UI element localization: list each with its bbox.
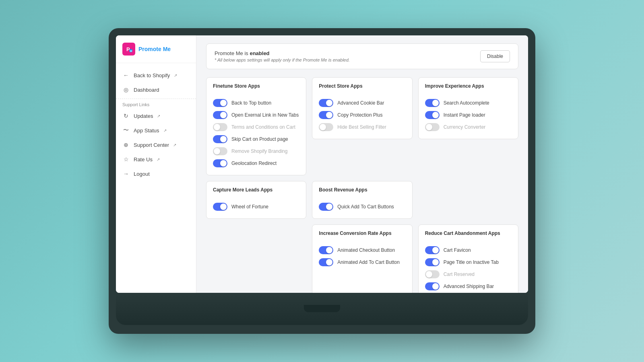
toggle-reduce-2[interactable] [425,270,440,278]
back-label: Back to Shopify [134,72,170,78]
sidebar-item-dashboard[interactable]: ◎ Dashboard [116,82,196,97]
toggle-finetune-5[interactable] [213,159,227,167]
sidebar: P M Promote Me ← Back to Shopify ↗ ◎ Das… [116,35,196,293]
app-item: Geolocation Redirect [213,157,299,169]
app-item: Skip Cart on Product page [213,133,299,145]
app-name: Promote Me [138,46,171,52]
toggle-conversion-1[interactable] [319,258,333,266]
toggle-protect-1[interactable] [319,111,333,119]
logo-icon: P M [122,43,135,56]
toggle-reduce-0[interactable] [425,246,440,254]
app-card-protect: Protect Store AppsAdvanced Cookie BarCop… [312,77,412,139]
sidebar-item-logout[interactable]: → Logout [116,167,196,181]
app-item-label: Skip Cart on Product page [231,136,288,142]
app-item-label: Wheel of Fortune [231,204,268,210]
app-status-icon: 〜 [122,127,130,134]
toggle-finetune-0[interactable] [213,99,227,107]
main-content: Promote Me is enabled * All below apps s… [196,35,528,293]
back-icon: ← [122,72,130,79]
logout-icon: → [122,170,130,177]
card-title-protect: Protect Store Apps [319,83,405,92]
app-item: Quick Add To Cart Buttons [319,201,405,213]
card-title-capture: Capture More Leads Apps [213,187,299,196]
app-card-finetune: Finetune Store AppsBack to Top buttonOpe… [206,77,306,175]
dashboard-icon: ◎ [122,86,130,93]
card-title-finetune: Finetune Store Apps [213,83,299,92]
app-card-conversion: Increase Conversion Rate AppsAnimated Ch… [312,224,412,293]
sidebar-item-back[interactable]: ← Back to Shopify ↗ [116,68,196,82]
toggle-protect-0[interactable] [319,99,333,107]
support-center-icon: ⊕ [122,141,130,148]
toggle-improve-0[interactable] [425,99,440,107]
toggle-finetune-2[interactable] [213,123,227,131]
rate-us-icon: ☆ [122,156,130,163]
app-item-label: Copy Protection Plus [337,112,382,118]
app-item: Currency Converter [425,121,512,133]
app-item: Copy Protection Plus [319,109,405,121]
toggle-boost-0[interactable] [319,203,333,211]
sidebar-item-updates[interactable]: ↻ Updates ↗ [116,109,196,123]
laptop-notch [304,305,340,312]
support-center-label: Support Center [134,142,169,148]
app-item: Instant Page loader [425,109,512,121]
toggle-protect-2[interactable] [319,123,333,131]
toggle-conversion-0[interactable] [319,246,333,254]
app-item: Hide Best Selling Filter [319,121,405,133]
support-links-section: Support Links [116,99,196,109]
toggle-reduce-1[interactable] [425,258,440,266]
app-item: Open Exernal Link in New Tabs [213,109,299,121]
app-item-label: Animated Checkout Button [337,247,395,253]
app-item-label: Cart Favicon [444,247,471,253]
app-item: Terms and Conditions on Cart [213,121,299,133]
apps-grid: Finetune Store AppsBack to Top buttonOpe… [206,77,518,293]
sidebar-item-rate-us[interactable]: ☆ Rate Us ↗ [116,152,196,167]
app-item-label: Advanced Shipping Bar [444,284,494,289]
app-item: Back to Top button [213,97,299,109]
app-card-boost: Boost Revenue AppsQuick Add To Cart Butt… [312,181,412,219]
sidebar-item-support-center[interactable]: ⊕ Support Center ↗ [116,138,196,152]
enable-banner: Promote Me is enabled * All below apps s… [206,43,518,69]
app-item: Cart Reserved [425,268,512,280]
external-icon-status: ↗ [163,128,167,133]
updates-icon: ↻ [122,112,130,119]
app-item: Page Title on Inactive Tab [425,256,512,268]
sidebar-item-app-status[interactable]: 〜 App Status ↗ [116,123,196,138]
app-item-label: Search Autocomplete [444,100,489,106]
app-card-capture: Capture More Leads AppsWheel of Fortune [206,181,306,219]
laptop-base [116,293,528,325]
toggle-finetune-3[interactable] [213,135,227,143]
enable-note: * All below apps settings will apply onl… [215,58,350,62]
app-status-label: App Status [134,128,159,134]
toggle-improve-1[interactable] [425,111,440,119]
card-title-reduce: Reduce Cart Abandonment Apps [425,230,512,239]
app-item-label: Open Exernal Link in New Tabs [231,112,299,118]
app-item: Animated Checkout Button [319,244,405,256]
app-item: Remove Shopify Branding [213,145,299,157]
app-card-improve: Improve Experience AppsSearch Autocomple… [418,77,518,139]
disable-button[interactable]: Disable [480,50,510,62]
app-item: Advanced Cookie Bar [319,97,405,109]
logout-label: Logout [134,171,150,177]
app-item-label: Back to Top button [231,100,271,106]
app-item-label: Geolocation Redirect [231,160,277,166]
app-item-label: Advanced Cookie Bar [337,100,384,106]
logo-area: P M Promote Me [116,35,196,63]
app-item-label: Remove Shopify Branding [231,148,287,154]
toggle-finetune-4[interactable] [213,147,227,155]
app-item-label: Terms and Conditions on Cart [231,124,295,130]
external-icon-rate: ↗ [157,157,160,162]
app-item-label: Page Title on Inactive Tab [444,259,499,265]
toggle-improve-2[interactable] [425,123,440,131]
card-title-boost: Boost Revenue Apps [319,187,405,196]
enable-text: Promote Me is enabled [215,50,350,56]
rate-us-label: Rate Us [134,156,153,162]
toggle-finetune-1[interactable] [213,111,227,119]
updates-label: Updates [134,113,153,119]
toggle-capture-0[interactable] [213,203,227,211]
app-card-reduce: Reduce Cart Abandonment AppsCart Favicon… [418,224,518,293]
external-icon-back: ↗ [174,73,177,78]
app-item-label: Cart Reserved [444,272,475,277]
app-item-label: Instant Page loader [444,112,485,118]
external-icon-updates: ↗ [157,114,160,118]
toggle-reduce-3[interactable] [425,282,440,290]
